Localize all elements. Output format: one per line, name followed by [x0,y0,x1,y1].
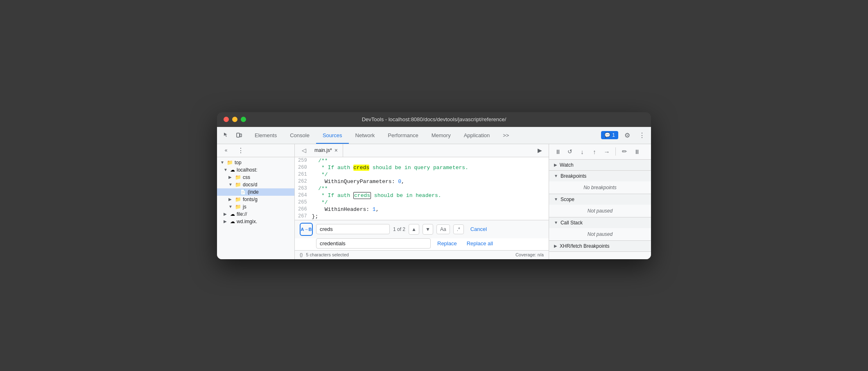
match-case-button[interactable]: Aa [436,224,450,234]
no-breakpoints-text: No breakpoints [583,185,617,190]
tab-more[interactable]: >> [496,127,515,144]
replace-all-button[interactable]: Replace all [463,239,496,248]
xhr-arrow-icon: ▶ [554,244,557,248]
more-options-icon[interactable]: ⋮ [636,129,648,141]
tree-item-js[interactable]: ▼ 📁 js [217,203,294,210]
find-replace-toggle-icon[interactable]: A→B [300,223,313,236]
find-row: A→B 1 of 2 ▲ ▼ Aa .* Cancel [295,220,549,238]
tree-item-top[interactable]: ▼ 📁 top [217,159,294,166]
nav-tabs: Elements Console Sources Network Perform… [248,127,601,144]
step-button[interactable]: → [601,146,612,157]
run-snippet-icon[interactable]: ▶ [538,147,542,154]
tree-arrow-css: ▶ [228,175,235,179]
watch-section-header[interactable]: ▶ Watch [549,160,651,170]
tab-performance[interactable]: Performance [381,127,425,144]
cancel-button[interactable]: Cancel [467,224,490,234]
scope-section-header[interactable]: ▼ Scope [549,194,651,205]
maximize-button[interactable] [241,117,246,122]
badge-count: 1 [612,132,615,138]
find-next-button[interactable]: ▼ [423,224,433,235]
svg-rect-0 [237,133,240,137]
tab-console[interactable]: Console [283,127,316,144]
inspect-element-icon[interactable] [220,129,232,141]
line-number-263: 263 [295,185,312,192]
step-over-button[interactable]: ↺ [565,146,575,157]
step-into-button[interactable]: ↓ [577,146,588,157]
code-row-262: 262 WithinQueryParameters: 0, [295,178,549,185]
file-tab-main[interactable]: main.js* × [310,144,343,157]
line-number-265: 265 [295,199,312,206]
replace-row: Replace Replace all [295,238,549,250]
xhr-section-label: XHR/fetch Breakpoints [560,243,609,249]
watch-section-label: Watch [560,162,574,168]
code-editor[interactable]: 259 /** 260 * If auth creds should be in… [295,157,549,220]
line-number-264: 264 [295,192,312,199]
code-row-265: 265 */ [295,199,549,206]
call-stack-section-label: Call Stack [561,220,583,226]
coverage-info: Coverage: n/a [515,252,544,257]
back-icon[interactable]: ◁ [298,145,310,156]
regex-button[interactable]: .* [453,224,464,234]
tree-item-file[interactable]: ▶ ☁ file:// [217,210,294,218]
chat-icon: 💬 [604,132,610,138]
pause-on-exceptions-button[interactable]: ⏸ [631,146,642,157]
replace-input[interactable] [316,238,431,249]
tree-label-index: (inde [248,189,259,195]
step-out-button[interactable]: ↑ [589,146,600,157]
folder-icon-js: 📁 [235,204,241,210]
tree-item-css[interactable]: ▶ 📁 css [217,174,294,181]
traffic-lights [224,117,246,122]
tree-arrow-file: ▶ [224,212,230,216]
highlight-creds-yellow: creds [353,165,369,171]
deactivate-breakpoints-button[interactable]: ✏ [619,146,630,157]
tab-sources[interactable]: Sources [316,127,349,144]
tab-network[interactable]: Network [349,127,382,144]
code-content-265: */ [312,199,549,206]
breakpoints-arrow-icon: ▼ [554,174,558,178]
find-match-count: 1 of 2 [393,226,405,232]
tree-item-docs[interactable]: ▼ 📁 docs/d [217,181,294,188]
find-prev-button[interactable]: ▲ [409,224,419,235]
call-stack-section-header[interactable]: ▼ Call Stack [549,217,651,228]
tree-item-index[interactable]: 📄 (inde [217,188,294,196]
replace-button[interactable]: Replace [434,239,460,248]
code-content-263: /** [312,185,549,192]
code-content-261: */ [312,171,549,178]
breakpoints-section-header[interactable]: ▼ Breakpoints [549,171,651,181]
device-toolbar-icon[interactable] [233,129,245,141]
notification-badge[interactable]: 💬 1 [601,131,618,139]
call-stack-section: ▼ Call Stack Not paused [549,217,651,241]
tab-memory[interactable]: Memory [425,127,457,144]
breakpoints-section-label: Breakpoints [561,173,586,179]
cloud-icon-file: ☁ [230,211,235,217]
xhr-section-header[interactable]: ▶ XHR/fetch Breakpoints [549,241,651,251]
line-number-266: 266 [295,206,312,213]
tree-arrow-wd: ▶ [224,219,230,224]
value-0: 0 [398,179,401,185]
top-toolbar: Elements Console Sources Network Perform… [217,127,651,144]
tree-arrow-fonts: ▶ [228,197,235,201]
minimize-button[interactable] [232,117,237,122]
folder-icon-fonts: 📁 [235,197,241,202]
file-navigator-sidebar: « ⋮ ▼ 📁 top ▼ ☁ localhost: ▶ [217,144,295,259]
tree-item-localhost[interactable]: ▼ ☁ localhost: [217,166,294,174]
pause-button[interactable]: ⏸ [552,146,563,157]
sidebar-more-icon[interactable]: ⋮ [235,145,246,156]
close-button[interactable] [224,117,229,122]
format-icon[interactable]: {} [300,252,303,257]
tree-label-localhost: localhost: [237,167,258,173]
tab-elements[interactable]: Elements [248,127,283,144]
tree-item-fonts[interactable]: ▶ 📁 fonts/g [217,196,294,203]
svg-rect-1 [240,134,242,137]
tab-application[interactable]: Application [457,127,497,144]
code-row-261: 261 */ [295,171,549,178]
find-input[interactable] [316,224,390,234]
selection-info: 5 characters selected [306,252,349,257]
code-lines: 259 /** 260 * If auth creds should be in… [295,157,549,220]
call-stack-arrow-icon: ▼ [554,220,558,225]
collapse-sidebar-icon[interactable]: « [220,145,232,156]
file-tab-close-icon[interactable]: × [335,147,338,154]
tree-item-wd[interactable]: ▶ ☁ wd.imgix. [217,218,294,225]
settings-icon[interactable]: ⚙ [622,129,633,141]
code-content-266: WithinHeaders: 1, [312,206,549,213]
